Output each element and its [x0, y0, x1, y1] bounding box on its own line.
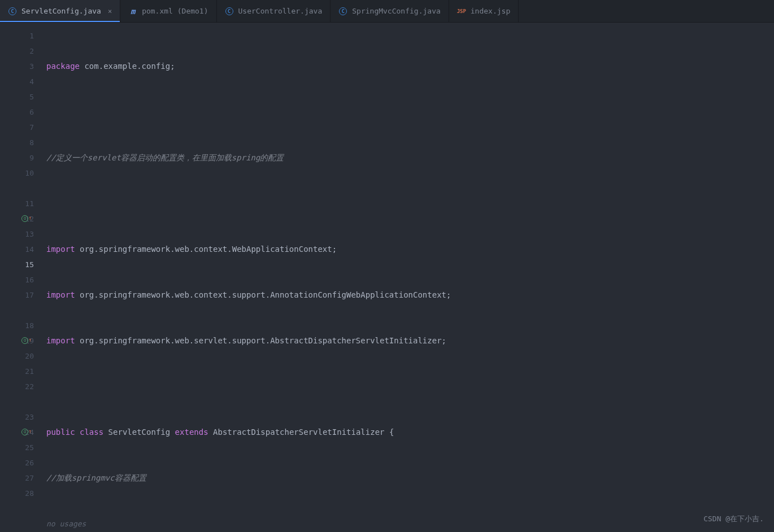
tab-label: pom.xml (Demo1) [142, 7, 208, 15]
line-number: 13 [0, 226, 40, 242]
line-number: 27 [0, 470, 40, 486]
code-line: package com.example.config; [40, 59, 774, 74]
code-editor[interactable]: 1 2 3 4 5 6 7 8 9 10 11 O12 13 14 15 16 … [0, 23, 774, 532]
code-area[interactable]: package com.example.config; //定义一个servle… [40, 23, 774, 532]
code-line: import org.springframework.web.servlet.s… [40, 333, 774, 348]
code-line: //加载springmvc容器配置 [40, 470, 774, 486]
maven-icon: m [128, 7, 137, 16]
line-number [0, 181, 40, 196]
tab-label: ServletConfig.java [21, 7, 101, 15]
line-number: 20 [0, 348, 40, 364]
override-icon[interactable]: O [21, 337, 29, 345]
java-class-icon: C [8, 7, 17, 16]
editor-tabs: C ServletConfig.java × m pom.xml (Demo1)… [0, 0, 774, 23]
line-number: 3 [0, 59, 40, 74]
line-number: 16 [0, 272, 40, 287]
line-number: 15 [0, 257, 40, 272]
override-icon[interactable]: O [21, 215, 29, 223]
line-number: O12 [0, 211, 40, 226]
line-number: 9 [0, 150, 40, 165]
code-line [40, 379, 774, 394]
active-indicator [0, 21, 120, 22]
line-number: 10 [0, 165, 40, 181]
override-icon[interactable]: O [21, 429, 29, 437]
line-number: 7 [0, 120, 40, 135]
tab-label: UserController.java [238, 7, 323, 15]
line-number: 4 [0, 74, 40, 89]
line-number: 26 [0, 455, 40, 470]
tab-springmvcconfig[interactable]: C SpringMvcConfig.java [331, 0, 449, 22]
line-number: 28 [0, 486, 40, 501]
line-number: 8 [0, 135, 40, 150]
line-number [0, 394, 40, 409]
code-line [40, 104, 774, 120]
tab-label: SpringMvcConfig.java [352, 7, 441, 15]
line-number: 18 [0, 318, 40, 333]
code-line [40, 196, 774, 211]
code-line: import org.springframework.web.context.W… [40, 242, 774, 257]
code-line: //定义一个servlet容器启动的配置类，在里面加载spring的配置 [40, 150, 774, 165]
line-number: O24 [0, 425, 40, 440]
java-class-icon: C [338, 7, 347, 16]
tab-indexjsp[interactable]: JSP index.jsp [449, 0, 519, 22]
line-number: 6 [0, 104, 40, 120]
java-class-icon: C [225, 7, 234, 16]
line-number: 5 [0, 89, 40, 104]
code-line: no usages [40, 516, 774, 531]
jsp-icon: JSP [457, 7, 466, 16]
watermark: CSDN @在下小吉. [703, 514, 764, 524]
line-number: O19 [0, 333, 40, 348]
code-line: import org.springframework.web.context.s… [40, 287, 774, 303]
line-gutter: 1 2 3 4 5 6 7 8 9 10 11 O12 13 14 15 16 … [0, 23, 40, 532]
line-number: 11 [0, 196, 40, 211]
close-icon[interactable]: × [108, 7, 112, 15]
line-number: 14 [0, 242, 40, 257]
tab-label: index.jsp [471, 7, 510, 15]
line-number: 21 [0, 364, 40, 379]
line-number [0, 303, 40, 318]
code-line: public class ServletConfig extends Abstr… [40, 425, 774, 440]
tab-pomxml[interactable]: m pom.xml (Demo1) [120, 0, 216, 22]
tab-servletconfig[interactable]: C ServletConfig.java × [0, 0, 120, 22]
line-number: 17 [0, 287, 40, 303]
tab-usercontroller[interactable]: C UserController.java [217, 0, 331, 22]
line-number: 25 [0, 440, 40, 455]
line-number: 23 [0, 409, 40, 425]
line-number: 22 [0, 379, 40, 394]
line-number: 2 [0, 43, 40, 59]
line-number: 1 [0, 28, 40, 43]
